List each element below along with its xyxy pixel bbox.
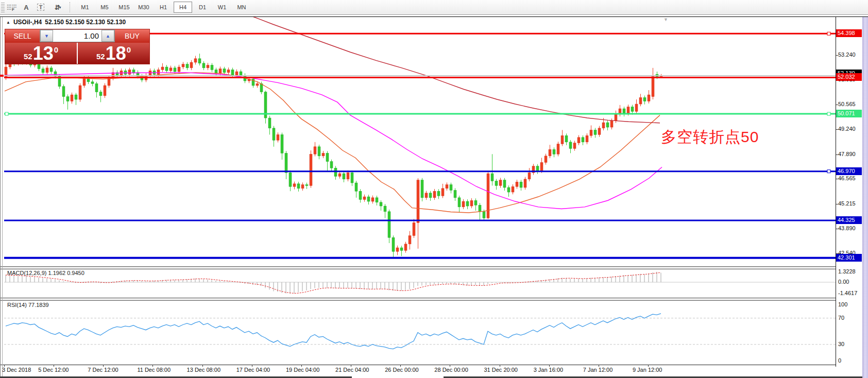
time-tick-label: 5 Dec 12:00: [38, 367, 69, 373]
chart-text-annotation[interactable]: 多空转折点50: [661, 127, 759, 148]
macd-panel-separator[interactable]: [0, 266, 836, 269]
candle: [95, 83, 98, 92]
candle: [256, 83, 259, 85]
time-tick-label: 21 Dec 04:00: [335, 367, 369, 373]
candle: [174, 68, 176, 72]
candle: [91, 82, 94, 84]
ma-slow-crimson-line: [249, 15, 660, 123]
candle: [75, 95, 77, 99]
candle: [66, 97, 69, 101]
candle: [305, 185, 308, 186]
price-level-badge-42.301: 42.301: [836, 254, 862, 262]
candle: [104, 85, 106, 96]
toolbar-grip[interactable]: [1, 2, 5, 12]
candle: [536, 166, 539, 171]
candle: [549, 149, 551, 156]
price-scale[interactable]: 54.50053.24051.91550.56549.24047.89046.5…: [836, 17, 862, 377]
candle: [330, 162, 333, 168]
rsi-scale-label: 30: [838, 341, 844, 347]
sell-price-button[interactable]: 52 13 0: [5, 43, 78, 64]
line-anchor-marker[interactable]: [827, 112, 830, 115]
candle: [289, 173, 292, 186]
arrows-tool-icon[interactable]: ⇵▾: [48, 1, 67, 13]
candle: [285, 153, 287, 173]
timeframe-button-D1[interactable]: D1: [193, 2, 212, 13]
candle: [178, 67, 180, 72]
candle: [219, 69, 222, 74]
timeframe-button-M1[interactable]: M1: [76, 2, 94, 13]
chart-title: ▲ USOil-,H4 52.150 52.150 52.130 52.130: [6, 19, 126, 26]
candle: [99, 92, 102, 96]
macd-panel[interactable]: [4, 272, 836, 294]
text-box-icon[interactable]: T: [34, 1, 47, 13]
rsi-indicator-label: RSI(14) 77.1839: [7, 302, 49, 308]
candle: [396, 248, 399, 251]
volume-input[interactable]: [53, 30, 101, 42]
volume-decrease-button[interactable]: ▼: [40, 30, 53, 42]
buy-button[interactable]: BUY: [115, 29, 149, 43]
candle: [528, 173, 531, 179]
candle: [437, 191, 440, 196]
candle: [474, 200, 477, 205]
candle: [429, 193, 432, 198]
chart-shift-marker-icon[interactable]: ▼: [663, 17, 668, 22]
candle: [132, 70, 135, 72]
candle: [293, 184, 296, 186]
candle: [652, 76, 654, 96]
candle: [46, 68, 48, 73]
line-anchor-marker[interactable]: [827, 170, 830, 173]
right-scrollbar-strip[interactable]: [862, 17, 868, 378]
timeframe-button-MN[interactable]: MN: [232, 2, 251, 13]
candle: [561, 135, 564, 144]
timeframe-button-M5[interactable]: M5: [95, 2, 114, 13]
grid-dots-icon[interactable]: ⋯⋯⋯⋯⋯F: [5, 1, 19, 13]
text-label-icon[interactable]: A: [20, 1, 33, 13]
candle: [297, 184, 300, 188]
candle: [71, 95, 73, 101]
candle: [235, 72, 238, 75]
candle: [606, 123, 609, 127]
timeframe-button-H4[interactable]: H4: [174, 2, 192, 13]
candle: [355, 183, 358, 191]
buy-price-pips: 18: [106, 44, 126, 63]
sell-button[interactable]: SELL: [5, 29, 40, 43]
timeframe-button-W1[interactable]: W1: [213, 2, 231, 13]
volume-stepper: ▼ ▲: [40, 29, 115, 42]
candle: [310, 154, 312, 185]
text-box-glyph: T: [37, 4, 45, 11]
time-tick-label: 9 Jan 12:00: [633, 367, 662, 373]
volume-increase-button[interactable]: ▲: [101, 30, 114, 42]
candle: [623, 109, 625, 113]
timeframe-button-M30[interactable]: M30: [134, 2, 153, 13]
price-tick-label: 53.240: [838, 51, 856, 58]
timeframe-button-H1[interactable]: H1: [154, 2, 173, 13]
candle: [524, 179, 526, 187]
line-anchor-marker[interactable]: [827, 32, 830, 35]
candle: [421, 180, 423, 198]
toolbar: ⋯⋯⋯⋯⋯FAT⇵▾ M1M5M15M30H1H4D1W1MN: [0, 0, 868, 15]
time-tick-label: 26 Dec 00:00: [385, 367, 418, 373]
rsi-panel-separator[interactable]: [0, 298, 836, 301]
candle: [557, 144, 559, 154]
candle: [540, 162, 543, 170]
dropdown-caret-icon[interactable]: ▾: [59, 5, 61, 10]
line-anchor-marker[interactable]: [5, 112, 8, 115]
candle: [223, 69, 226, 73]
price-level-badge-46.970: 46.970: [836, 167, 862, 175]
candle: [569, 142, 572, 149]
candle: [512, 186, 514, 192]
rsi-line: [6, 314, 661, 349]
candle: [240, 72, 242, 75]
candle: [334, 168, 337, 176]
price-tick-label: 45.215: [838, 200, 856, 207]
rsi-panel[interactable]: [4, 314, 836, 349]
rsi-scale-label: 0: [838, 357, 841, 364]
time-tick-label: 31 Dec 20:00: [484, 367, 518, 373]
timeframe-button-M15[interactable]: M15: [115, 2, 133, 13]
candle: [268, 118, 271, 128]
time-tick-label: 3 Jan 16:00: [534, 367, 564, 373]
buy-price-button[interactable]: 52 18 0: [78, 43, 149, 64]
candle: [400, 248, 403, 250]
collapse-triangle-icon[interactable]: ▲: [6, 20, 10, 25]
candle: [573, 143, 576, 149]
